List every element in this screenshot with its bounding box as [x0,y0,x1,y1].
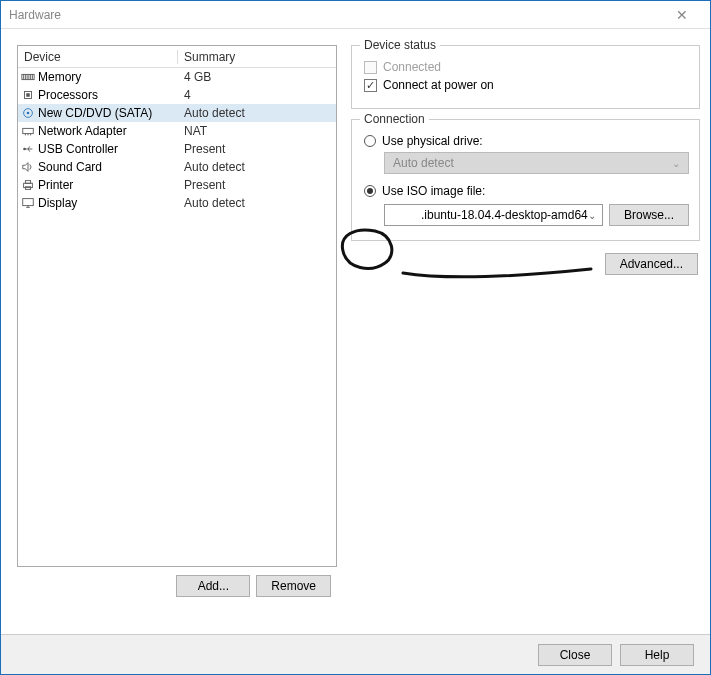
device-list-panel: Device Summary Memory4 GBProcessors4New … [17,45,337,567]
device-name: New CD/DVD (SATA) [38,106,152,120]
device-status-legend: Device status [360,38,440,52]
device-summary: Present [178,142,336,156]
iso-label: Use ISO image file: [382,184,485,198]
svg-rect-23 [23,199,34,206]
connection-legend: Connection [360,112,429,126]
svg-rect-11 [23,128,34,133]
device-summary: 4 GB [178,70,336,84]
physical-drive-label: Use physical drive: [382,134,483,148]
device-row-printer[interactable]: PrinterPresent [18,176,336,194]
device-row-usb[interactable]: USB ControllerPresent [18,140,336,158]
device-name: Display [38,196,77,210]
device-summary: Auto detect [178,160,336,174]
left-column: Device Summary Memory4 GBProcessors4New … [17,45,337,605]
connected-label: Connected [383,60,441,74]
disc-icon [20,106,36,120]
svg-rect-8 [26,93,30,97]
physical-drive-row[interactable]: Use physical drive: [364,134,689,148]
advanced-row: Advanced... [351,253,700,275]
device-cell: Sound Card [18,160,178,174]
chevron-down-icon: ⌄ [672,158,680,169]
connection-group: Connection Use physical drive: Auto dete… [351,119,700,241]
device-cell: Network Adapter [18,124,178,138]
close-icon[interactable]: ✕ [662,7,702,23]
connect-power-checkbox[interactable] [364,79,377,92]
connected-row[interactable]: Connected [364,60,689,74]
remove-button[interactable]: Remove [256,575,331,597]
device-row-net[interactable]: Network AdapterNAT [18,122,336,140]
window-title: Hardware [9,8,662,22]
iso-file-dropdown[interactable]: .ibuntu-18.04.4-desktop-amd64 ⌄ [384,204,603,226]
device-cell: New CD/DVD (SATA) [18,106,178,120]
device-cell: Printer [18,178,178,192]
device-cell: Memory [18,70,178,84]
device-list-body: Memory4 GBProcessors4New CD/DVD (SATA)Au… [18,68,336,566]
device-status-group: Device status Connected Connect at power… [351,45,700,109]
header-device[interactable]: Device [18,50,178,64]
device-name: Sound Card [38,160,102,174]
net-icon [20,124,36,138]
device-name: Network Adapter [38,124,127,138]
svg-point-10 [27,112,30,115]
dialog-footer: Close Help [1,634,710,674]
advanced-button[interactable]: Advanced... [605,253,698,275]
device-cell: Processors [18,88,178,102]
device-summary: NAT [178,124,336,138]
device-cell: USB Controller [18,142,178,156]
device-summary: Auto detect [178,106,336,120]
memory-icon [20,70,36,84]
physical-drive-dropdown: Auto detect ⌄ [384,152,689,174]
settings-panel: Device status Connected Connect at power… [337,45,700,605]
device-name: Printer [38,178,73,192]
printer-icon [20,178,36,192]
iso-file-row: .ibuntu-18.04.4-desktop-amd64 ⌄ Browse..… [384,204,689,226]
connect-power-label: Connect at power on [383,78,494,92]
connect-power-row[interactable]: Connect at power on [364,78,689,92]
device-cell: Display [18,196,178,210]
display-icon [20,196,36,210]
device-row-disc[interactable]: New CD/DVD (SATA)Auto detect [18,104,336,122]
device-name: Memory [38,70,81,84]
help-button[interactable]: Help [620,644,694,666]
device-summary: Present [178,178,336,192]
device-list-buttons: Add... Remove [17,567,337,605]
iso-file-value: .ibuntu-18.04.4-desktop-amd64 [391,208,588,222]
device-list-header: Device Summary [18,46,336,68]
device-row-cpu[interactable]: Processors4 [18,86,336,104]
physical-drive-radio[interactable] [364,135,376,147]
svg-marker-19 [23,163,28,172]
close-button[interactable]: Close [538,644,612,666]
iso-radio[interactable] [364,185,376,197]
iso-row[interactable]: Use ISO image file: [364,184,689,198]
device-name: Processors [38,88,98,102]
browse-button[interactable]: Browse... [609,204,689,226]
device-name: USB Controller [38,142,118,156]
sound-icon [20,160,36,174]
svg-rect-21 [25,181,30,184]
device-row-display[interactable]: DisplayAuto detect [18,194,336,212]
cpu-icon [20,88,36,102]
connected-checkbox[interactable] [364,61,377,74]
add-button[interactable]: Add... [176,575,250,597]
device-summary: Auto detect [178,196,336,210]
physical-drive-value: Auto detect [393,156,454,170]
header-summary[interactable]: Summary [178,50,336,64]
device-row-sound[interactable]: Sound CardAuto detect [18,158,336,176]
titlebar: Hardware ✕ [1,1,710,29]
chevron-down-icon: ⌄ [588,210,596,221]
usb-icon [20,142,36,156]
device-row-memory[interactable]: Memory4 GB [18,68,336,86]
device-summary: 4 [178,88,336,102]
main-area: Device Summary Memory4 GBProcessors4New … [1,29,710,605]
